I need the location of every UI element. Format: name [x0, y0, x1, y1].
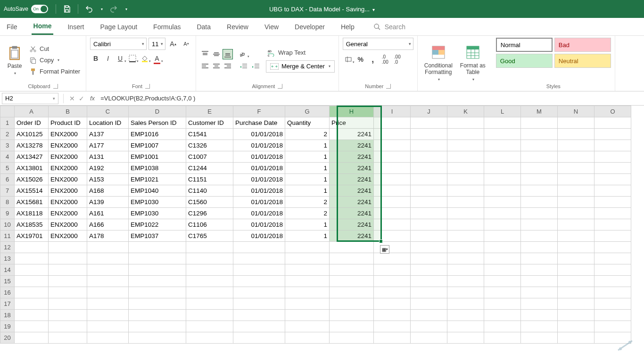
cell-B11[interactable]: ENX2000: [49, 230, 87, 242]
cell-B9[interactable]: ENX2000: [49, 208, 87, 219]
cell-E11[interactable]: C1765: [186, 230, 233, 242]
cell-K6[interactable]: [447, 174, 484, 185]
cell-N16[interactable]: [558, 287, 594, 298]
decrease-font-button[interactable]: A▾: [181, 38, 192, 49]
cell-N9[interactable]: [558, 208, 594, 219]
cell-G15[interactable]: [285, 276, 330, 287]
cell-G4[interactable]: 1: [285, 151, 330, 163]
cell-H13[interactable]: [330, 253, 374, 264]
cell-M13[interactable]: [521, 253, 558, 264]
cell-I12[interactable]: [374, 242, 411, 253]
cell-G13[interactable]: [285, 253, 330, 264]
cell-E12[interactable]: [186, 242, 233, 253]
cell-K1[interactable]: [447, 117, 484, 129]
cell-C6[interactable]: A153: [87, 174, 129, 185]
format-painter-button[interactable]: Format Painter: [27, 67, 82, 76]
cell-O3[interactable]: [594, 140, 631, 151]
cell-M4[interactable]: [521, 151, 558, 163]
tab-insert[interactable]: Insert: [66, 19, 86, 34]
row-header-7[interactable]: 7: [0, 185, 15, 197]
cell-L6[interactable]: [484, 174, 521, 185]
cell-K7[interactable]: [447, 185, 484, 197]
cell-D5[interactable]: EMP1038: [129, 163, 186, 174]
cell-M5[interactable]: [521, 163, 558, 174]
cell-L19[interactable]: [484, 321, 521, 332]
cell-F1[interactable]: Purchase Date: [233, 117, 285, 129]
col-header-I[interactable]: I: [374, 106, 411, 117]
cell-M20[interactable]: [521, 332, 558, 344]
cell-M9[interactable]: [521, 208, 558, 219]
cell-K14[interactable]: [447, 264, 484, 276]
cell-I9[interactable]: [374, 208, 411, 219]
cell-J4[interactable]: [411, 151, 447, 163]
cell-F15[interactable]: [233, 276, 285, 287]
cell-E17[interactable]: [186, 298, 233, 310]
cell-A11[interactable]: AX19701: [15, 230, 49, 242]
cell-L7[interactable]: [484, 185, 521, 197]
cell-D17[interactable]: [129, 298, 186, 310]
borders-button[interactable]: [127, 53, 138, 64]
cell-G19[interactable]: [285, 321, 330, 332]
cell-B14[interactable]: [49, 264, 87, 276]
cell-B6[interactable]: ENX2000: [49, 174, 87, 185]
cell-A6[interactable]: AX15026: [15, 174, 49, 185]
conditional-formatting-button[interactable]: Conditional Formatting▾: [421, 43, 455, 83]
cell-A18[interactable]: [15, 310, 49, 321]
cell-E3[interactable]: C1326: [186, 140, 233, 151]
cell-D9[interactable]: EMP1030: [129, 208, 186, 219]
cell-F5[interactable]: 01/01/2018: [233, 163, 285, 174]
cell-E1[interactable]: Customer ID: [186, 117, 233, 129]
cell-A16[interactable]: [15, 287, 49, 298]
cell-J11[interactable]: [411, 230, 447, 242]
cell-C12[interactable]: [87, 242, 129, 253]
cell-C9[interactable]: A161: [87, 208, 129, 219]
cell-N19[interactable]: [558, 321, 594, 332]
tab-developer[interactable]: Developer: [293, 19, 327, 34]
cell-K4[interactable]: [447, 151, 484, 163]
qat-customize[interactable]: ▾: [125, 7, 127, 11]
cell-A2[interactable]: AX10125: [15, 129, 49, 140]
clipboard-anchor[interactable]: [53, 84, 58, 89]
cell-B2[interactable]: ENX2000: [49, 129, 87, 140]
cell-C13[interactable]: [87, 253, 129, 264]
cell-A17[interactable]: [15, 298, 49, 310]
cell-N15[interactable]: [558, 276, 594, 287]
cell-F2[interactable]: 01/01/2018: [233, 129, 285, 140]
cell-M11[interactable]: [521, 230, 558, 242]
cell-H10[interactable]: 2241: [330, 219, 374, 230]
cell-H14[interactable]: [330, 264, 374, 276]
cell-D8[interactable]: EMP1030: [129, 197, 186, 208]
cell-C2[interactable]: A137: [87, 129, 129, 140]
cell-C5[interactable]: A192: [87, 163, 129, 174]
align-right[interactable]: [223, 61, 233, 72]
format-as-table-button[interactable]: Format as Table▾: [457, 43, 488, 83]
row-header-15[interactable]: 15: [0, 276, 15, 287]
cell-J7[interactable]: [411, 185, 447, 197]
cell-M10[interactable]: [521, 219, 558, 230]
cell-K18[interactable]: [447, 310, 484, 321]
cell-J1[interactable]: [411, 117, 447, 129]
cell-C11[interactable]: A178: [87, 230, 129, 242]
cell-K20[interactable]: [447, 332, 484, 344]
cell-F4[interactable]: 01/01/2018: [233, 151, 285, 163]
cell-I13[interactable]: [374, 253, 411, 264]
cell-K2[interactable]: [447, 129, 484, 140]
select-all-corner[interactable]: [0, 106, 15, 117]
cell-N17[interactable]: [558, 298, 594, 310]
cell-I20[interactable]: [374, 332, 411, 344]
cell-L11[interactable]: [484, 230, 521, 242]
cell-J6[interactable]: [411, 174, 447, 185]
cell-E5[interactable]: C1244: [186, 163, 233, 174]
cell-A20[interactable]: [15, 332, 49, 344]
italic-button[interactable]: I: [102, 53, 114, 64]
cell-G16[interactable]: [285, 287, 330, 298]
cell-D6[interactable]: EMP1021: [129, 174, 186, 185]
cell-E4[interactable]: C1007: [186, 151, 233, 163]
col-header-K[interactable]: K: [447, 106, 484, 117]
align-bottom[interactable]: [223, 49, 233, 59]
cell-M18[interactable]: [521, 310, 558, 321]
cell-E15[interactable]: [186, 276, 233, 287]
cell-H20[interactable]: [330, 332, 374, 344]
cell-H12[interactable]: [330, 242, 374, 253]
cell-H7[interactable]: 2241: [330, 185, 374, 197]
